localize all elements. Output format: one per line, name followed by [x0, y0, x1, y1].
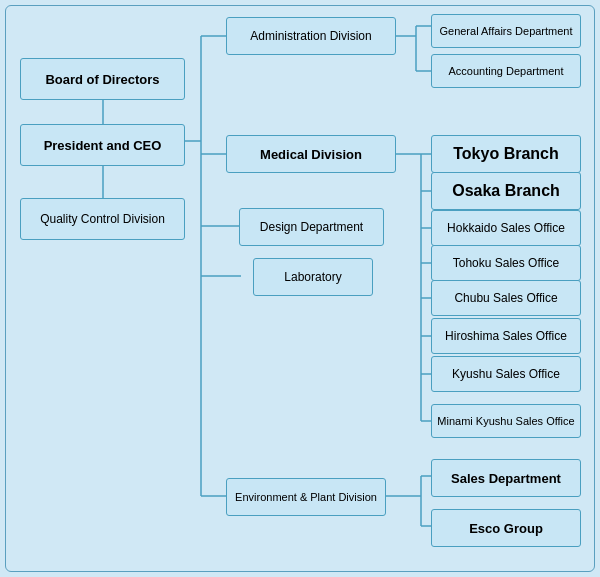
quality-node: Quality Control Division	[20, 198, 185, 240]
medical-node: Medical Division	[226, 135, 396, 173]
accounting-node: Accounting Department	[431, 54, 581, 88]
minami-node: Minami Kyushu Sales Office	[431, 404, 581, 438]
org-chart: Board of Directors President and CEO Qua…	[5, 5, 595, 572]
env-node: Environment & Plant Division	[226, 478, 386, 516]
president-node: President and CEO	[20, 124, 185, 166]
board-node: Board of Directors	[20, 58, 185, 100]
laboratory-node: Laboratory	[253, 258, 373, 296]
kyushu-node: Kyushu Sales Office	[431, 356, 581, 392]
hiroshima-node: Hiroshima Sales Office	[431, 318, 581, 354]
tohoku-node: Tohoku Sales Office	[431, 245, 581, 281]
osaka-node: Osaka Branch	[431, 172, 581, 210]
sales-node: Sales Department	[431, 459, 581, 497]
admin-node: Administration Division	[226, 17, 396, 55]
design-node: Design Department	[239, 208, 384, 246]
esco-node: Esco Group	[431, 509, 581, 547]
hokkaido-node: Hokkaido Sales Office	[431, 210, 581, 246]
tokyo-node: Tokyo Branch	[431, 135, 581, 173]
general-affairs-node: General Affairs Department	[431, 14, 581, 48]
chubu-node: Chubu Sales Office	[431, 280, 581, 316]
